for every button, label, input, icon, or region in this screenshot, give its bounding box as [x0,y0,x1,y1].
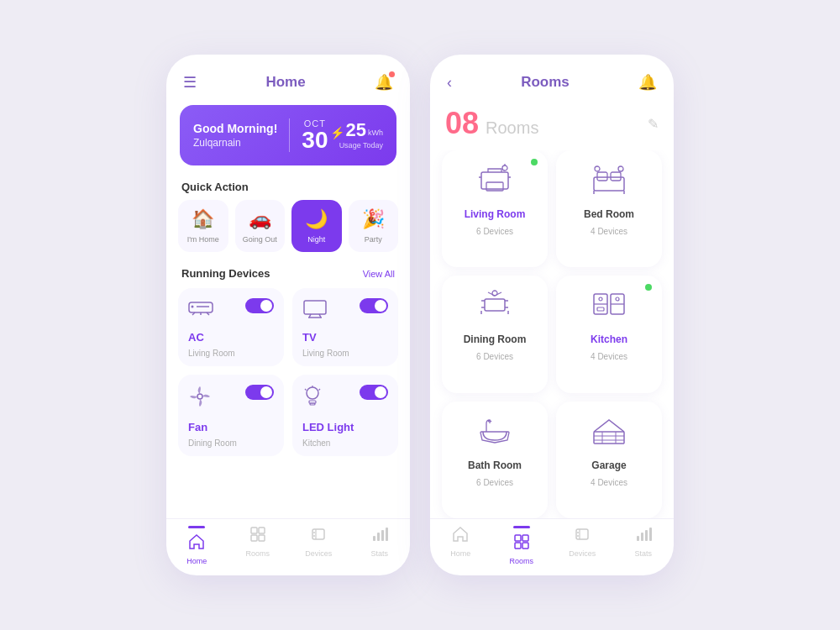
qa-im-home[interactable]: 🏠 I'm Home [178,200,228,252]
qa-going-out-label: Going Out [243,235,277,244]
nav-stats-icon [371,526,388,547]
rooms-nav-home-icon [452,526,469,547]
rooms-nav-rooms-label: Rooms [509,557,533,565]
svg-line-50 [488,292,495,296]
nav-home[interactable]: Home [166,526,228,565]
svg-rect-21 [312,529,324,539]
room-card-dining-room[interactable]: Dining Room 6 Devices [442,276,548,392]
room-card-bath-room[interactable]: Bath Room 6 Devices [442,402,548,518]
home-screen: ☰ Home 🔔 Good Morning! Zulqarnain OCT 30… [166,55,410,575]
svg-rect-17 [251,528,257,533]
qa-party[interactable]: 🎉 Party [349,200,399,252]
rooms-count-label: Rooms [486,118,538,138]
home-bottom-nav: Home Rooms Devices Stats [166,518,410,575]
qa-going-out[interactable]: 🚗 Going Out [235,200,286,252]
going-out-icon: 🚗 [249,208,271,230]
svg-rect-28 [386,528,388,541]
kitchen-name: Kitchen [591,333,627,345]
nav-rooms-icon [249,526,266,547]
dining-room-devices: 6 Devices [476,352,513,361]
running-devices-header: Running Devices View All [166,264,410,288]
nav-devices-label: Devices [305,549,332,558]
led-room: Kitchen [302,438,388,448]
svg-rect-60 [594,432,624,444]
qa-party-label: Party [365,235,382,244]
led-toggle[interactable] [360,385,388,400]
nav-devices[interactable]: Devices [288,526,349,565]
svg-point-71 [577,532,579,533]
svg-line-51 [495,292,501,296]
svg-rect-25 [373,536,375,541]
svg-rect-73 [637,536,639,541]
rooms-nav-rooms[interactable]: Rooms [491,526,553,565]
svg-rect-69 [576,529,588,539]
bell-notification-dot [389,71,395,77]
tv-icon [302,298,328,324]
kitchen-devices: 4 Devices [591,352,627,361]
svg-rect-42 [485,299,505,311]
view-all-button[interactable]: View All [363,269,395,279]
nav-rooms-label: Rooms [245,549,270,558]
bed-room-name: Bed Room [584,208,634,220]
ac-toggle[interactable] [245,298,274,313]
ac-name: AC [188,331,274,344]
svg-rect-35 [594,177,624,191]
nav-stats[interactable]: Stats [349,526,411,565]
edit-icon[interactable]: ✎ [648,116,659,132]
qa-night[interactable]: 🌙 Night [291,200,342,252]
garage-name: Garage [591,459,626,471]
living-room-name: Living Room [465,208,526,220]
qa-night-label: Night [307,235,325,244]
home-title: Home [265,74,305,91]
rooms-nav-devices[interactable]: Devices [552,526,613,565]
usage-number: 25 [346,121,366,139]
devices-grid: AC Living Room TV Living [166,288,410,456]
nav-rooms[interactable]: Rooms [228,526,289,565]
device-card-fan[interactable]: Fan Dining Room [178,375,284,456]
svg-rect-29 [481,172,508,189]
ac-room: Living Room [188,349,274,358]
rooms-nav-devices-label: Devices [569,549,596,558]
svg-point-57 [616,297,619,301]
rooms-nav-home[interactable]: Home [430,526,491,565]
svg-rect-26 [377,533,380,541]
menu-icon[interactable]: ☰ [183,73,197,92]
kitchen-icon [591,289,627,327]
svg-point-4 [192,306,194,308]
greeting-date: OCT 30 [302,118,328,152]
garage-icon [591,415,627,453]
room-card-kitchen[interactable]: Kitchen 4 Devices [556,276,662,392]
bed-room-icon [591,164,627,202]
svg-rect-19 [251,535,257,541]
quick-action-label: Quick Action [166,177,410,200]
svg-line-15 [305,389,307,391]
nav-stats-label: Stats [370,549,388,558]
bell-icon[interactable]: 🔔 [375,73,393,92]
svg-rect-66 [522,535,528,541]
svg-rect-65 [515,535,521,541]
svg-rect-67 [515,543,521,549]
usage-label: Usage Today [330,141,383,150]
device-card-led[interactable]: LED Light Kitchen [292,375,398,456]
living-room-icon [476,164,513,202]
back-icon[interactable]: ‹ [447,74,452,92]
rooms-grid: Living Room 6 Devices Bed Room [430,150,674,518]
room-card-bed-room[interactable]: Bed Room 4 Devices [556,150,662,267]
room-card-living-room[interactable]: Living Room 6 Devices [442,150,548,267]
rooms-bottom-nav: Home Rooms Devices Stats [430,518,674,575]
room-card-garage[interactable]: Garage 4 Devices [556,402,662,518]
fan-toggle[interactable] [245,385,274,400]
bath-room-name: Bath Room [468,459,522,471]
usage-unit: kWh [368,129,383,137]
rooms-bell-icon[interactable]: 🔔 [638,73,657,92]
rooms-nav-rooms-icon [513,533,530,554]
device-card-ac[interactable]: AC Living Room [178,288,284,366]
device-card-tv[interactable]: TV Living Room [292,288,398,366]
rooms-nav-stats[interactable]: Stats [613,526,675,565]
tv-toggle[interactable] [360,298,388,313]
fan-name: Fan [188,421,274,433]
svg-rect-75 [645,530,648,541]
svg-point-33 [502,165,507,171]
rooms-count-row: 08 Rooms ✎ [430,100,674,150]
svg-point-41 [595,166,600,171]
